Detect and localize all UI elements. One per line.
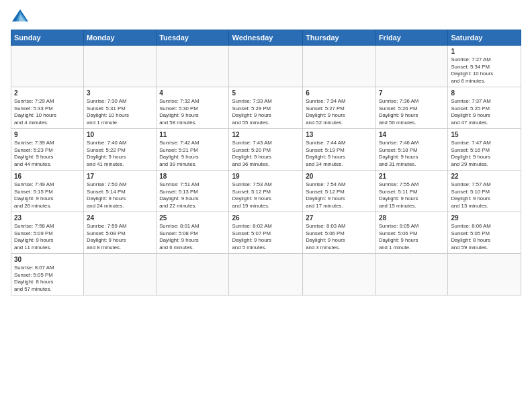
day-info: Sunrise: 8:01 AM Sunset: 5:08 PM Dayligh… — [159, 223, 226, 251]
day-number: 21 — [379, 173, 445, 180]
day-number: 7 — [379, 89, 445, 97]
day-number: 8 — [451, 89, 518, 97]
calendar-cell — [84, 46, 157, 87]
calendar-cell: 15Sunrise: 7:47 AM Sunset: 5:16 PM Dayli… — [448, 129, 521, 171]
calendar-cell: 29Sunrise: 8:06 AM Sunset: 5:05 PM Dayli… — [448, 212, 521, 254]
day-info: Sunrise: 7:30 AM Sunset: 5:31 PM Dayligh… — [87, 98, 153, 126]
weekday-header-thursday: Thursday — [303, 30, 376, 46]
day-number: 23 — [14, 214, 81, 222]
calendar-cell — [229, 254, 303, 295]
calendar-cell: 11Sunrise: 7:42 AM Sunset: 5:21 PM Dayli… — [157, 129, 229, 171]
calendar-cell: 17Sunrise: 7:50 AM Sunset: 5:14 PM Dayli… — [84, 171, 157, 212]
day-number: 10 — [87, 131, 153, 138]
day-info: Sunrise: 7:39 AM Sunset: 5:23 PM Dayligh… — [14, 140, 81, 168]
day-number: 30 — [14, 256, 81, 263]
calendar-cell: 7Sunrise: 7:36 AM Sunset: 5:26 PM Daylig… — [375, 87, 447, 129]
weekday-header-saturday: Saturday — [448, 30, 521, 46]
calendar-table: SundayMondayTuesdayWednesdayThursdayFrid… — [11, 30, 521, 295]
calendar-cell — [157, 254, 229, 295]
calendar-cell: 5Sunrise: 7:33 AM Sunset: 5:29 PM Daylig… — [229, 87, 303, 129]
calendar-cell: 23Sunrise: 7:58 AM Sunset: 5:09 PM Dayli… — [11, 212, 84, 254]
day-number: 20 — [306, 173, 373, 180]
calendar-cell: 28Sunrise: 8:05 AM Sunset: 5:06 PM Dayli… — [375, 212, 447, 254]
day-number: 29 — [451, 214, 518, 222]
calendar-cell: 2Sunrise: 7:29 AM Sunset: 5:33 PM Daylig… — [11, 87, 84, 129]
day-info: Sunrise: 7:43 AM Sunset: 5:20 PM Dayligh… — [232, 140, 300, 168]
day-number: 26 — [232, 214, 300, 222]
calendar-cell — [11, 46, 84, 87]
calendar-cell: 26Sunrise: 8:02 AM Sunset: 5:07 PM Dayli… — [229, 212, 303, 254]
calendar-cell: 22Sunrise: 7:57 AM Sunset: 5:10 PM Dayli… — [448, 171, 521, 212]
calendar-cell: 13Sunrise: 7:44 AM Sunset: 5:19 PM Dayli… — [303, 129, 376, 171]
day-number: 24 — [87, 214, 153, 222]
day-number: 16 — [14, 173, 81, 180]
calendar-cell: 1Sunrise: 7:27 AM Sunset: 5:34 PM Daylig… — [448, 46, 521, 87]
calendar-cell: 4Sunrise: 7:32 AM Sunset: 5:30 PM Daylig… — [157, 87, 229, 129]
day-number: 13 — [306, 131, 373, 138]
day-number: 17 — [87, 173, 153, 180]
day-info: Sunrise: 7:32 AM Sunset: 5:30 PM Dayligh… — [159, 98, 226, 126]
day-info: Sunrise: 8:05 AM Sunset: 5:06 PM Dayligh… — [379, 223, 445, 251]
weekday-header-wednesday: Wednesday — [229, 30, 303, 46]
day-number: 9 — [14, 131, 81, 138]
calendar-cell — [157, 46, 229, 87]
calendar-cell — [84, 254, 157, 295]
calendar-cell: 24Sunrise: 7:59 AM Sunset: 5:08 PM Dayli… — [84, 212, 157, 254]
calendar-cell — [375, 46, 447, 87]
page-header — [11, 8, 521, 24]
day-info: Sunrise: 7:49 AM Sunset: 5:15 PM Dayligh… — [14, 181, 81, 210]
calendar-cell — [448, 254, 521, 295]
day-info: Sunrise: 8:06 AM Sunset: 5:05 PM Dayligh… — [451, 223, 518, 251]
calendar-cell — [229, 46, 303, 87]
calendar-cell: 20Sunrise: 7:54 AM Sunset: 5:12 PM Dayli… — [303, 171, 376, 212]
calendar-cell: 14Sunrise: 7:46 AM Sunset: 5:18 PM Dayli… — [375, 129, 447, 171]
day-number: 6 — [306, 89, 373, 97]
calendar-cell: 6Sunrise: 7:34 AM Sunset: 5:27 PM Daylig… — [303, 87, 376, 129]
day-info: Sunrise: 7:54 AM Sunset: 5:12 PM Dayligh… — [306, 181, 373, 210]
day-number: 22 — [451, 173, 518, 180]
day-number: 1 — [451, 48, 518, 55]
calendar-cell — [303, 254, 376, 295]
day-number: 15 — [451, 131, 518, 138]
calendar-cell: 27Sunrise: 8:03 AM Sunset: 5:06 PM Dayli… — [303, 212, 376, 254]
day-info: Sunrise: 7:59 AM Sunset: 5:08 PM Dayligh… — [87, 223, 153, 251]
calendar-cell: 30Sunrise: 8:07 AM Sunset: 5:05 PM Dayli… — [11, 254, 84, 295]
day-number: 28 — [379, 214, 445, 222]
day-number: 3 — [87, 89, 153, 97]
calendar-cell: 10Sunrise: 7:40 AM Sunset: 5:22 PM Dayli… — [84, 129, 157, 171]
calendar-cell — [375, 254, 447, 295]
calendar-cell — [303, 46, 376, 87]
day-number: 27 — [306, 214, 373, 222]
calendar-cell: 8Sunrise: 7:37 AM Sunset: 5:25 PM Daylig… — [448, 87, 521, 129]
day-info: Sunrise: 7:36 AM Sunset: 5:26 PM Dayligh… — [379, 98, 445, 126]
day-info: Sunrise: 8:03 AM Sunset: 5:06 PM Dayligh… — [306, 223, 373, 251]
weekday-header-monday: Monday — [84, 30, 157, 46]
day-info: Sunrise: 8:07 AM Sunset: 5:05 PM Dayligh… — [14, 265, 81, 293]
day-number: 2 — [14, 89, 81, 97]
weekday-header-friday: Friday — [375, 30, 447, 46]
calendar-cell: 9Sunrise: 7:39 AM Sunset: 5:23 PM Daylig… — [11, 129, 84, 171]
day-info: Sunrise: 7:58 AM Sunset: 5:09 PM Dayligh… — [14, 223, 81, 251]
day-number: 14 — [379, 131, 445, 138]
calendar-cell: 3Sunrise: 7:30 AM Sunset: 5:31 PM Daylig… — [84, 87, 157, 129]
weekday-header-sunday: Sunday — [11, 30, 84, 46]
day-info: Sunrise: 7:55 AM Sunset: 5:11 PM Dayligh… — [379, 181, 445, 210]
calendar-cell: 12Sunrise: 7:43 AM Sunset: 5:20 PM Dayli… — [229, 129, 303, 171]
logo — [11, 8, 32, 24]
day-info: Sunrise: 7:27 AM Sunset: 5:34 PM Dayligh… — [451, 56, 518, 85]
day-info: Sunrise: 7:42 AM Sunset: 5:21 PM Dayligh… — [159, 140, 226, 168]
day-info: Sunrise: 7:34 AM Sunset: 5:27 PM Dayligh… — [306, 98, 373, 126]
day-number: 5 — [232, 89, 300, 97]
day-number: 12 — [232, 131, 300, 138]
day-number: 19 — [232, 173, 300, 180]
day-info: Sunrise: 7:40 AM Sunset: 5:22 PM Dayligh… — [87, 140, 153, 168]
calendar-cell: 18Sunrise: 7:51 AM Sunset: 5:13 PM Dayli… — [157, 171, 229, 212]
day-number: 4 — [159, 89, 226, 97]
day-info: Sunrise: 7:46 AM Sunset: 5:18 PM Dayligh… — [379, 140, 445, 168]
weekday-header-tuesday: Tuesday — [157, 30, 229, 46]
day-info: Sunrise: 7:51 AM Sunset: 5:13 PM Dayligh… — [159, 181, 226, 210]
calendar-cell: 25Sunrise: 8:01 AM Sunset: 5:08 PM Dayli… — [157, 212, 229, 254]
calendar-cell: 19Sunrise: 7:53 AM Sunset: 5:12 PM Dayli… — [229, 171, 303, 212]
day-info: Sunrise: 8:02 AM Sunset: 5:07 PM Dayligh… — [232, 223, 300, 251]
day-info: Sunrise: 7:37 AM Sunset: 5:25 PM Dayligh… — [451, 98, 518, 126]
